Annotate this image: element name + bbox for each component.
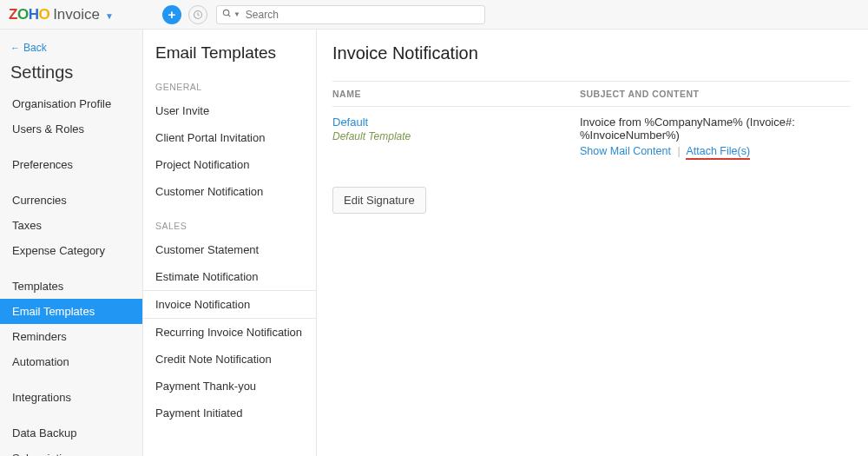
svg-point-1 <box>223 10 228 15</box>
col-header-subject: SUBJECT AND CONTENT <box>580 89 851 99</box>
add-button[interactable]: + <box>162 5 181 24</box>
sidebar-item-currencies[interactable]: Currencies <box>10 188 142 213</box>
sidebar-item-integrations[interactable]: Integrations <box>10 385 142 410</box>
page-title: Invoice Notification <box>332 43 851 63</box>
cell-name: Default Default Template <box>332 116 580 142</box>
svg-line-2 <box>228 15 230 17</box>
sidebar-item-email-templates[interactable]: Email Templates <box>0 299 142 324</box>
template-name-link[interactable]: Default <box>332 116 580 129</box>
sidebar-item-expense-category[interactable]: Expense Category <box>10 238 142 263</box>
search-input[interactable] <box>246 9 479 21</box>
table-header: NAME SUBJECT AND CONTENT <box>332 81 851 107</box>
template-item-payment-initiated[interactable]: Payment Initiated <box>155 400 316 426</box>
main-panel: Invoice Notification NAME SUBJECT AND CO… <box>317 30 868 456</box>
templates-title: Email Templates <box>155 43 316 63</box>
back-label: Back <box>23 42 47 54</box>
template-item-payment-thank-you[interactable]: Payment Thank-you <box>155 373 316 400</box>
template-group-general: GENERAL <box>155 82 316 92</box>
template-item-recurring-invoice-notification[interactable]: Recurring Invoice Notification <box>155 319 316 346</box>
settings-sidebar: ← Back Settings Organisation Profile Use… <box>0 30 143 456</box>
template-item-user-invite[interactable]: User Invite <box>155 97 316 124</box>
back-link[interactable]: ← Back <box>10 42 142 54</box>
arrow-left-icon: ← <box>10 43 20 53</box>
show-mail-content-link[interactable]: Show Mail Content <box>580 145 671 157</box>
template-item-estimate-notification[interactable]: Estimate Notification <box>155 263 316 290</box>
template-item-client-portal-invitation[interactable]: Client Portal Invitation <box>155 124 316 151</box>
settings-title: Settings <box>10 63 142 83</box>
template-item-customer-notification[interactable]: Customer Notification <box>155 178 316 205</box>
brand-product: Invoice <box>53 6 100 23</box>
sidebar-item-preferences[interactable]: Preferences <box>10 152 142 177</box>
template-subtitle: Default Template <box>332 130 580 142</box>
search-icon <box>222 9 232 20</box>
template-item-credit-note-notification[interactable]: Credit Note Notification <box>155 346 316 373</box>
attach-files-link[interactable]: Attach File(s) <box>686 145 750 160</box>
template-item-project-notification[interactable]: Project Notification <box>155 151 316 178</box>
sidebar-item-organisation-profile[interactable]: Organisation Profile <box>10 91 142 116</box>
link-separator: | <box>677 145 680 157</box>
sidebar-item-users-roles[interactable]: Users & Roles <box>10 116 142 142</box>
sidebar-item-reminders[interactable]: Reminders <box>10 324 142 349</box>
templates-panel: Email Templates GENERAL User Invite Clie… <box>143 30 317 456</box>
brand-caret-icon: ▼ <box>105 11 114 21</box>
edit-signature-button[interactable]: Edit Signature <box>332 187 426 214</box>
sidebar-item-automation[interactable]: Automation <box>10 349 142 374</box>
template-item-invoice-notification[interactable]: Invoice Notification <box>143 290 317 319</box>
search-scope-caret-icon[interactable]: ▼ <box>233 10 240 18</box>
col-header-name: NAME <box>332 89 580 99</box>
zoho-logo: ZOHO <box>9 6 49 23</box>
cell-subject: Invoice from %CompanyName% (Invoice#: %I… <box>580 116 851 157</box>
brand[interactable]: ZOHO Invoice ▼ <box>9 6 114 23</box>
template-item-customer-statement[interactable]: Customer Statement <box>155 236 316 263</box>
table-row: Default Default Template Invoice from %C… <box>332 107 851 162</box>
sidebar-item-templates[interactable]: Templates <box>10 274 142 299</box>
sidebar-item-subscription[interactable]: Subscription <box>10 446 142 456</box>
search-box[interactable]: ▼ <box>216 5 485 24</box>
topbar: ZOHO Invoice ▼ + ▼ <box>0 0 868 30</box>
sidebar-item-data-backup[interactable]: Data Backup <box>10 420 142 446</box>
template-group-sales: SALES <box>155 221 316 231</box>
recent-button[interactable] <box>188 5 207 24</box>
sidebar-item-taxes[interactable]: Taxes <box>10 213 142 238</box>
clock-icon <box>193 10 203 20</box>
subject-text: Invoice from %CompanyName% (Invoice#: %I… <box>580 116 851 142</box>
